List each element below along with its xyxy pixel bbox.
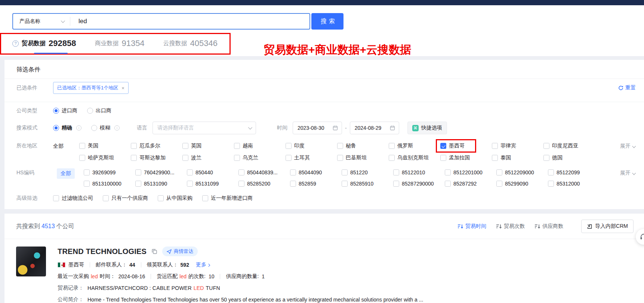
region-checkbox-mexico[interactable]: 墨西哥	[440, 143, 492, 149]
search-button[interactable]: 搜索	[311, 13, 343, 30]
selected-region-tag[interactable]: 已选地区：墨西哥等1个地区 ×	[53, 82, 129, 94]
filter-panel: 筛选条件 已选条件 已选地区：墨西哥等1个地区 × 重置 公司类型 进口商 出口…	[4, 60, 644, 209]
hs-checkbox[interactable]: 85131090	[135, 181, 187, 187]
hs-checkbox[interactable]: 85285200	[238, 181, 290, 187]
search-field-selector[interactable]: 产品名称	[13, 18, 70, 25]
region-checkbox-turkey[interactable]: 土耳其	[286, 154, 337, 161]
hs-checkbox[interactable]: 85299090	[496, 181, 548, 187]
hs-checkbox[interactable]: 85287290000	[393, 181, 445, 187]
region-checkbox-pakistan[interactable]: 巴基斯坦	[337, 154, 389, 161]
hs-checkbox[interactable]: 852859	[290, 181, 342, 187]
checkbox-icon	[389, 143, 395, 149]
hs-checkbox[interactable]: 851220	[342, 169, 393, 175]
radio-exporter[interactable]: 出口商	[87, 107, 111, 114]
trade-record-label: 贸易记录：	[58, 285, 84, 291]
business-radar-badge[interactable]: 商情雷达	[162, 247, 198, 256]
tab-business-data[interactable]: 商业数据 91354	[95, 39, 144, 48]
region-checkbox-russia[interactable]: 俄罗斯	[389, 143, 440, 149]
region-checkbox-vietnam[interactable]: 越南	[234, 143, 286, 149]
date-from-input[interactable]: 2023-08-30	[293, 122, 342, 134]
hs-checkbox[interactable]: 85287292	[445, 181, 496, 187]
region-checkbox-india[interactable]: 印度	[286, 143, 337, 149]
hs-checkbox[interactable]: 8512209000	[496, 169, 548, 175]
region-checkbox-philippines[interactable]: 菲律宾	[492, 143, 543, 149]
radio-exact-mode[interactable]: 精确 i	[53, 125, 81, 131]
hs-checkbox[interactable]: 850440839...	[238, 169, 290, 175]
checkbox-icon	[234, 155, 240, 161]
region-checkbox-costa-rica[interactable]: 哥斯达黎加	[131, 154, 182, 161]
checkbox-icon	[496, 181, 502, 187]
checkbox-icon	[187, 181, 193, 187]
hs-expand-button[interactable]: 展开	[620, 169, 635, 177]
hs-checkbox[interactable]: 760429900...	[135, 169, 187, 175]
results-panel: 共搜索到4513个公司 贸易时间	[4, 214, 644, 303]
company-type-row: 公司类型 进口商 出口商	[4, 107, 644, 114]
advanced-checkbox-single-supplier[interactable]: 只有一个供应商	[103, 195, 148, 202]
radio-icon	[91, 125, 97, 131]
search-input[interactable]	[70, 14, 309, 29]
hs-checkbox[interactable]: 85131099	[187, 181, 238, 187]
import-crm-button[interactable]: 导入内部CRM	[581, 220, 634, 233]
checkbox-icon	[135, 169, 141, 175]
question-circle-icon[interactable]: ?	[12, 40, 19, 47]
advanced-checkbox-filter-logistics[interactable]: 过滤物流公司	[53, 195, 93, 202]
last-purchase-date: 2024-08-16	[118, 273, 145, 279]
region-checkbox-kazakhstan[interactable]: 哈萨克斯坦	[79, 154, 131, 161]
remove-tag-icon[interactable]: ×	[121, 85, 124, 91]
hs-all-option[interactable]: 全部	[57, 168, 75, 179]
region-checkbox-usa[interactable]: 美国	[79, 143, 131, 149]
copy-icon[interactable]	[151, 248, 157, 254]
region-checkbox-uzbekistan[interactable]: 乌兹别克斯坦	[389, 154, 440, 161]
checkbox-icon	[492, 155, 498, 161]
advanced-checkbox-new-importer[interactable]: 近一年新增进口商	[202, 195, 253, 202]
region-expand-button[interactable]: 展开	[620, 143, 635, 150]
advanced-checkbox-from-china[interactable]: 从中国采购	[158, 195, 192, 202]
region-checkbox-indonesia[interactable]: 印度尼西亚	[543, 143, 595, 149]
reset-button[interactable]: 重置	[618, 85, 636, 91]
region-all-option[interactable]: 全部	[53, 143, 79, 150]
hs-checkbox[interactable]: 8513100000	[84, 181, 135, 187]
hs-checkbox[interactable]: 8512201000	[445, 169, 496, 175]
translation-language-select[interactable]: 请选择翻译语言	[152, 122, 256, 134]
checkbox-icon	[337, 143, 343, 149]
region-checkbox-thailand[interactable]: 泰国	[492, 154, 543, 161]
checkbox-icon	[238, 181, 244, 187]
language-label: 语言	[137, 125, 147, 131]
region-checkbox-germany[interactable]: 德国	[543, 154, 595, 161]
quick-options-button[interactable]: ⌘ 快捷选项	[407, 122, 447, 134]
checkbox-icon	[79, 143, 85, 149]
sort-trade-time[interactable]: 贸易时间	[457, 223, 486, 230]
checkbox-icon	[182, 143, 188, 149]
info-icon[interactable]: i	[76, 125, 81, 131]
checkbox-icon	[389, 155, 395, 161]
region-checkbox-ukraine[interactable]: 乌克兰	[234, 154, 286, 161]
checkbox-icon	[393, 181, 399, 187]
sort-supplier-count[interactable]: 供应商数	[534, 223, 563, 230]
tab-cloud-search-data[interactable]: 云搜数据 405346	[163, 39, 218, 48]
sort-icon	[496, 224, 502, 229]
filter-panel-title: 筛选条件	[16, 66, 644, 74]
hs-checkbox[interactable]: 85312000	[548, 181, 600, 187]
company-thumbnail[interactable]	[16, 247, 46, 276]
region-checkbox-poland[interactable]: 波兰	[182, 154, 234, 161]
hs-checkbox[interactable]: 85122010	[393, 169, 445, 175]
sort-trade-count[interactable]: 贸易次数	[496, 223, 525, 230]
hs-checkbox[interactable]: 850440	[187, 169, 238, 175]
region-checkbox-uk[interactable]: 英国	[182, 143, 234, 149]
company-name[interactable]: TREND TECHNOLOGIES	[58, 247, 147, 256]
info-icon[interactable]: i	[114, 125, 120, 131]
region-checkbox-ecuador[interactable]: 厄瓜多尔	[131, 143, 182, 149]
date-to-input[interactable]: 2024-08-29	[350, 122, 399, 134]
hs-checkbox[interactable]: 85285910	[342, 181, 393, 187]
region-checkbox-peru[interactable]: 秘鲁	[337, 143, 389, 149]
tab-trade-data[interactable]: ? 贸易数据 292858	[12, 39, 76, 48]
radio-importer[interactable]: 进口商	[53, 107, 77, 114]
more-link[interactable]: 更多	[196, 261, 210, 268]
keyword-highlight: led	[179, 273, 187, 279]
hs-checkbox[interactable]: 85044090	[290, 169, 342, 175]
region-checkbox-bangladesh[interactable]: 孟加拉国	[440, 154, 492, 161]
radio-fuzzy-mode[interactable]: 模糊 i	[91, 125, 120, 131]
checkbox-icon	[84, 169, 90, 175]
hs-checkbox[interactable]: 39269099	[84, 169, 135, 175]
hs-checkbox[interactable]: 85122099	[548, 169, 600, 175]
